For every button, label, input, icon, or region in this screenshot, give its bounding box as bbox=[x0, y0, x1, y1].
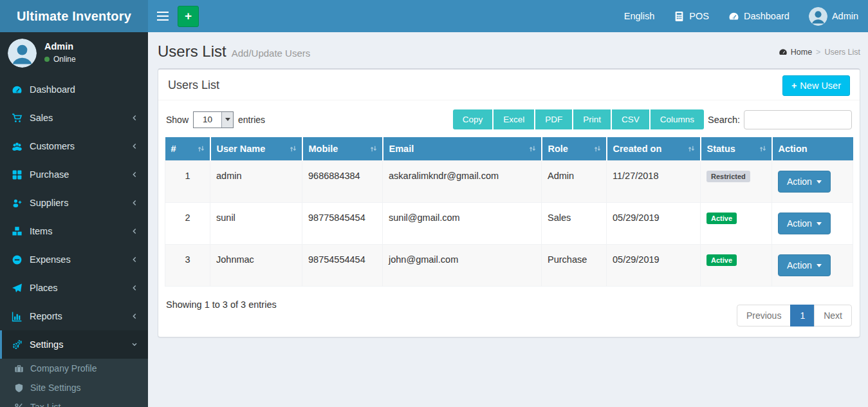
sidebar-item-expenses[interactable]: Expenses bbox=[0, 245, 148, 274]
hamburger-icon bbox=[157, 15, 169, 17]
paper-plane-icon bbox=[12, 283, 23, 294]
table-controls: Show 10 entries Copy Excel PDF Print bbox=[166, 109, 852, 129]
cell-num: 2 bbox=[165, 203, 210, 245]
table-row: 1 admin 9686884384 askaralimkndr@gmail.c… bbox=[165, 161, 853, 203]
breadcrumb-current: Users List bbox=[824, 48, 860, 57]
cell-email: john@gmail.com bbox=[383, 245, 542, 287]
chevron-left-icon bbox=[131, 312, 138, 320]
column-header-mobile[interactable]: Mobile bbox=[302, 137, 383, 161]
sort-icon bbox=[593, 145, 602, 153]
sidebar-item-places[interactable]: Places bbox=[0, 274, 148, 302]
table-footer: Showing 1 to 3 of 3 entries Previous 1 N… bbox=[166, 296, 852, 327]
breadcrumb-home-label: Home bbox=[791, 48, 812, 57]
sidebar-item-items[interactable]: Items bbox=[0, 217, 148, 245]
sidebar-item-customers[interactable]: Customers bbox=[0, 132, 148, 160]
sidebar-user-status[interactable]: Online bbox=[44, 55, 76, 64]
sort-icon bbox=[197, 145, 205, 153]
nav-dashboard[interactable]: Dashboard bbox=[719, 0, 799, 32]
sidebar-item-settings[interactable]: Settings bbox=[0, 330, 148, 359]
navbar-right: English POS Dashboard Admin bbox=[614, 0, 868, 32]
column-header-num[interactable]: # bbox=[165, 137, 210, 161]
page-length-select[interactable]: 10 bbox=[193, 111, 234, 128]
column-header-role[interactable]: Role bbox=[542, 137, 607, 161]
app-logo[interactable]: Ultimate Inventory bbox=[0, 0, 148, 32]
sidebar-user-avatar[interactable] bbox=[8, 39, 37, 68]
search-control: Search: bbox=[708, 110, 852, 129]
breadcrumb: Home > Users List bbox=[779, 48, 860, 57]
status-badge: Active bbox=[706, 213, 737, 224]
plus-icon bbox=[185, 9, 192, 23]
nav-dashboard-label: Dashboard bbox=[744, 11, 790, 21]
search-label: Search: bbox=[708, 115, 740, 125]
chevron-left-icon bbox=[131, 114, 138, 122]
chevron-left-icon bbox=[131, 171, 138, 178]
quick-add-button[interactable] bbox=[178, 6, 199, 27]
sidebar-item-sales[interactable]: Sales bbox=[0, 104, 148, 132]
pagination-page-1[interactable]: 1 bbox=[790, 305, 815, 327]
breadcrumb-home[interactable]: Home bbox=[779, 48, 812, 57]
cell-username: Johnmac bbox=[210, 245, 302, 287]
excel-button[interactable]: Excel bbox=[494, 109, 535, 129]
sidebar-item-label: Places bbox=[30, 283, 58, 293]
page-title: Users List bbox=[158, 43, 226, 60]
cell-action: Action bbox=[772, 161, 853, 203]
sidebar-subitem-tax-list[interactable]: Tax List bbox=[0, 397, 148, 407]
sort-icon bbox=[528, 145, 537, 153]
sidebar-toggle-button[interactable] bbox=[148, 0, 178, 32]
print-button[interactable]: Print bbox=[573, 109, 612, 129]
cell-created: 11/27/2018 bbox=[607, 161, 701, 203]
column-header-created[interactable]: Created on bbox=[607, 137, 701, 161]
sidebar-item-label: Reports bbox=[30, 311, 62, 321]
search-input[interactable] bbox=[744, 110, 852, 129]
cell-username: sunil bbox=[210, 203, 302, 245]
nav-language[interactable]: English bbox=[614, 0, 665, 32]
page-length-value: 10 bbox=[194, 112, 221, 128]
sidebar-subitem-label: Company Profile bbox=[30, 363, 97, 374]
show-label: Show bbox=[166, 115, 189, 125]
new-user-button-label: New User bbox=[800, 80, 841, 91]
column-header-status[interactable]: Status bbox=[701, 137, 772, 161]
nav-user-menu[interactable]: Admin bbox=[799, 0, 868, 32]
sort-icon bbox=[289, 145, 297, 153]
cubes-icon bbox=[12, 226, 23, 237]
column-header-email[interactable]: Email bbox=[383, 137, 542, 161]
columns-button[interactable]: Columns bbox=[651, 109, 704, 129]
action-dropdown-button[interactable]: Action bbox=[778, 254, 831, 276]
table-row: 3 Johnmac 98754554454 john@gmail.com Pur… bbox=[165, 245, 853, 287]
sidebar-item-label: Sales bbox=[30, 113, 53, 123]
copy-button[interactable]: Copy bbox=[453, 109, 494, 129]
cart-icon bbox=[12, 113, 23, 124]
action-dropdown-button[interactable]: Action bbox=[778, 171, 831, 193]
cell-role: Admin bbox=[542, 161, 607, 203]
sidebar-item-reports[interactable]: Reports bbox=[0, 302, 148, 330]
nav-user-label: Admin bbox=[832, 11, 858, 21]
chevron-down-icon bbox=[131, 341, 138, 348]
sidebar-item-label: Items bbox=[30, 226, 52, 236]
gauge-icon bbox=[728, 11, 739, 22]
new-user-button[interactable]: New User bbox=[782, 75, 850, 96]
column-header-username[interactable]: User Name bbox=[210, 137, 302, 161]
sidebar-item-label: Settings bbox=[30, 339, 63, 350]
online-dot-icon bbox=[44, 57, 50, 62]
shield-icon bbox=[14, 383, 24, 393]
action-dropdown-button[interactable]: Action bbox=[778, 213, 831, 234]
pdf-button[interactable]: PDF bbox=[535, 109, 573, 129]
sidebar-subitem-company-profile[interactable]: Company Profile bbox=[0, 359, 148, 378]
grid-icon bbox=[12, 169, 23, 180]
sidebar-item-label: Suppliers bbox=[30, 198, 68, 208]
sidebar-subitem-site-settings[interactable]: Site Settings bbox=[0, 378, 148, 397]
gears-icon bbox=[12, 339, 23, 350]
nav-pos[interactable]: POS bbox=[664, 0, 719, 32]
sidebar-item-label: Dashboard bbox=[30, 84, 75, 95]
sidebar-item-dashboard[interactable]: Dashboard bbox=[0, 75, 148, 104]
pagination: Previous 1 Next bbox=[737, 305, 852, 327]
pagination-next[interactable]: Next bbox=[814, 305, 852, 327]
sidebar-item-suppliers[interactable]: Suppliers bbox=[0, 189, 148, 217]
csv-button[interactable]: CSV bbox=[612, 109, 651, 129]
caret-down-icon bbox=[817, 180, 822, 184]
bar-chart-icon bbox=[12, 311, 23, 322]
home-gauge-icon bbox=[779, 48, 788, 57]
sidebar-subitem-label: Site Settings bbox=[30, 383, 81, 393]
pagination-previous[interactable]: Previous bbox=[737, 305, 791, 327]
sidebar-item-purchase[interactable]: Purchase bbox=[0, 160, 148, 189]
